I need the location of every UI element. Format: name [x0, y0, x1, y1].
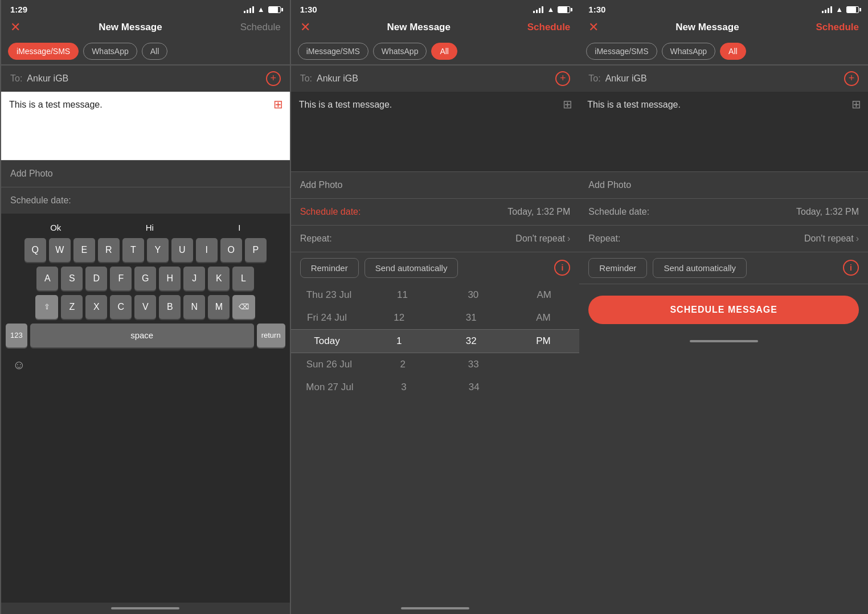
action-row-3: Reminder Send automatically i [579, 252, 868, 284]
add-photo-row-2[interactable]: Add Photo [291, 171, 580, 198]
key-u[interactable]: U [171, 238, 193, 262]
repeat-value-3[interactable]: Don't repeat › [804, 234, 859, 244]
to-label-2: To: [300, 73, 312, 84]
close-button-3[interactable]: ✕ [588, 20, 599, 35]
schedule-message-button-3[interactable]: SCHEDULE MESSAGE [588, 296, 859, 324]
repeat-row-2: Repeat: Don't repeat › [291, 225, 580, 252]
all-button-3[interactable]: All [720, 43, 746, 60]
key-return[interactable]: return [257, 324, 285, 347]
emoji-icon-1[interactable]: ☺ [13, 358, 25, 373]
key-x[interactable]: X [85, 295, 107, 319]
repeat-value-2[interactable]: Don't repeat › [515, 234, 570, 244]
add-recipient-button-3[interactable]: + [844, 71, 859, 86]
info-button-2[interactable]: i [554, 260, 570, 276]
key-shift[interactable]: ⇧ [35, 295, 58, 319]
to-field-3: To: Ankur iGB + [579, 65, 868, 92]
action-row-2: Reminder Send automatically i [291, 252, 580, 284]
key-a[interactable]: A [36, 267, 58, 290]
date-picker-2[interactable]: Thu 23 Jul 11 30 AM Fri 24 Jul 12 31 AM … [291, 284, 580, 603]
message-area-1[interactable]: This is a test message. ⊞ [1, 92, 290, 160]
key-z[interactable]: Z [61, 295, 83, 319]
key-f[interactable]: F [110, 267, 132, 290]
template-icon-1[interactable]: ⊞ [273, 97, 283, 111]
key-t[interactable]: T [122, 238, 144, 262]
key-s[interactable]: S [61, 267, 83, 290]
add-photo-row-1[interactable]: Add Photo [1, 160, 290, 187]
key-e[interactable]: E [73, 238, 95, 262]
home-indicator-2 [291, 603, 580, 614]
schedule-button-2[interactable]: Schedule [527, 22, 571, 33]
signal-icon-1 [244, 6, 254, 13]
key-k[interactable]: K [208, 267, 230, 290]
key-o[interactable]: O [220, 238, 242, 262]
imessage-sms-button-2[interactable]: iMessage/SMS [298, 43, 369, 60]
key-r[interactable]: R [98, 238, 120, 262]
key-q[interactable]: Q [24, 238, 46, 262]
keyboard-1: Ok Hi I Q W E R T Y U I O P A S D F G H … [1, 214, 290, 603]
chevron-right-icon-2: › [567, 234, 570, 244]
key-h[interactable]: H [159, 267, 181, 290]
schedule-date-value-3: Today, 1:32 PM [796, 207, 859, 217]
suggestion-i[interactable]: I [238, 223, 240, 232]
reminder-button-2[interactable]: Reminder [300, 258, 359, 278]
key-m[interactable]: M [208, 295, 230, 319]
key-n[interactable]: N [183, 295, 205, 319]
schedule-date-label-3: Schedule date: [588, 207, 649, 217]
picker-row-mon: Mon 27 Jul 3 34 [291, 376, 580, 399]
key-l[interactable]: L [232, 267, 254, 290]
key-p[interactable]: P [245, 238, 267, 262]
close-button-1[interactable]: ✕ [10, 20, 21, 35]
reminder-button-3[interactable]: Reminder [588, 258, 647, 278]
all-button-2[interactable]: All [431, 43, 457, 60]
info-button-3[interactable]: i [843, 260, 859, 276]
status-bar-2: 1:30 ▲ [291, 0, 580, 17]
nav-bar-1: ✕ New Message Schedule [1, 17, 290, 39]
add-recipient-button-2[interactable]: + [555, 71, 570, 86]
key-g[interactable]: G [134, 267, 156, 290]
whatsapp-button-3[interactable]: WhatsApp [662, 43, 716, 60]
schedule-btn-row-3: SCHEDULE MESSAGE [579, 284, 868, 335]
send-auto-button-2[interactable]: Send automatically [365, 258, 458, 278]
schedule-date-label-1: Schedule date: [10, 195, 71, 206]
segment-control-3: iMessage/SMS WhatsApp All [579, 39, 868, 64]
segment-control-2: iMessage/SMS WhatsApp All [291, 39, 580, 64]
close-button-2[interactable]: ✕ [300, 20, 310, 35]
key-i[interactable]: I [196, 238, 218, 262]
chevron-right-icon-3: › [856, 234, 859, 244]
add-recipient-button-1[interactable]: + [266, 71, 281, 86]
to-value-1: Ankur iGB [27, 73, 265, 84]
template-icon-2[interactable]: ⊞ [563, 97, 572, 111]
nav-title-2: New Message [387, 22, 451, 33]
key-backspace[interactable]: ⌫ [232, 295, 255, 319]
key-y[interactable]: Y [147, 238, 169, 262]
whatsapp-button-2[interactable]: WhatsApp [373, 43, 427, 60]
key-space[interactable]: space [30, 324, 254, 347]
message-area-3[interactable]: This is a test message. ⊞ [579, 92, 868, 171]
time-1: 1:29 [10, 5, 27, 14]
suggestion-ok[interactable]: Ok [50, 223, 61, 232]
key-123[interactable]: 123 [6, 324, 27, 347]
suggestion-hi[interactable]: Hi [146, 223, 154, 232]
key-c[interactable]: C [110, 295, 132, 319]
keyboard-row-bottom: 123 space return [3, 324, 288, 347]
key-w[interactable]: W [49, 238, 71, 262]
imessage-sms-button-1[interactable]: iMessage/SMS [8, 43, 79, 60]
schedule-button-1[interactable]: Schedule [240, 22, 281, 33]
all-button-1[interactable]: All [142, 43, 168, 60]
message-area-2[interactable]: This is a test message. ⊞ [291, 92, 580, 171]
schedule-date-row-2: Schedule date: Today, 1:32 PM [291, 198, 580, 225]
signal-icon-3 [822, 6, 832, 13]
key-v[interactable]: V [134, 295, 156, 319]
key-j[interactable]: J [183, 267, 205, 290]
send-auto-button-3[interactable]: Send automatically [653, 258, 747, 278]
schedule-button-3[interactable]: Schedule [816, 22, 859, 33]
whatsapp-button-1[interactable]: WhatsApp [83, 43, 137, 60]
to-value-3: Ankur iGB [605, 73, 844, 84]
key-d[interactable]: D [85, 267, 107, 290]
template-icon-3[interactable]: ⊞ [851, 97, 861, 111]
key-b[interactable]: B [159, 295, 181, 319]
add-photo-label-1: Add Photo [10, 169, 53, 178]
time-2: 1:30 [300, 5, 317, 14]
imessage-sms-button-3[interactable]: iMessage/SMS [586, 43, 657, 60]
add-photo-row-3[interactable]: Add Photo [579, 171, 868, 198]
